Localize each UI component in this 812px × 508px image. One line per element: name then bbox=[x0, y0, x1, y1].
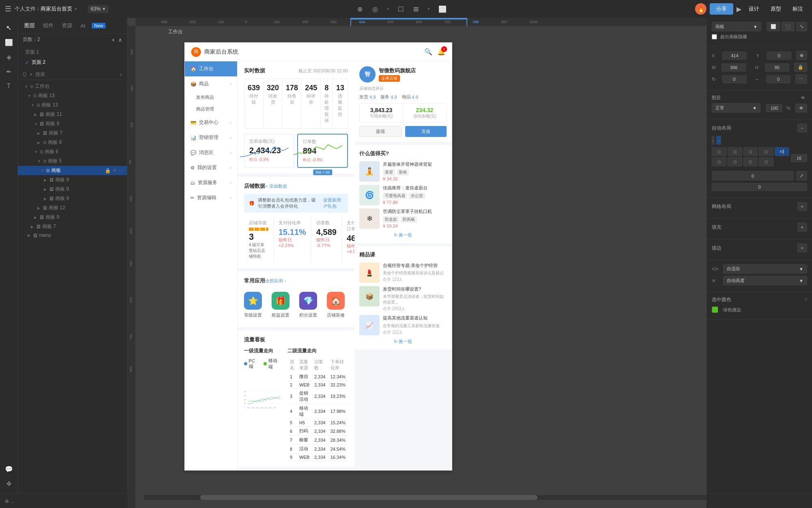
expand-icon-btn[interactable]: ⤢ bbox=[796, 171, 807, 180]
page-item-2[interactable]: ✓ 页面 2 bbox=[23, 57, 122, 67]
nav-resource-editor[interactable]: ✏ 资源编辑 › bbox=[185, 190, 237, 205]
pen-icon[interactable]: ✒ bbox=[2, 65, 15, 78]
tree-frame-selected[interactable]: ▼ ⊡ 画板 🔒 👁 ⋯ bbox=[18, 166, 127, 175]
notification-btn[interactable]: 🔔 1 bbox=[437, 48, 445, 56]
tree-frame9e[interactable]: ▶ 🖼 画板 9 bbox=[18, 194, 127, 203]
panel-view-1[interactable]: ⬜ bbox=[767, 22, 780, 31]
tab-new[interactable]: New bbox=[92, 23, 106, 28]
al-bottom-center[interactable]: ⊡ bbox=[743, 157, 758, 166]
align-down-btn[interactable]: ↓ bbox=[712, 136, 715, 145]
tree-menu[interactable]: ▶ 🖼 menu bbox=[18, 231, 127, 239]
auto-width-dropdown[interactable]: 自适应 ▼ bbox=[723, 264, 807, 274]
al-middle-left[interactable]: ⊡ bbox=[759, 147, 773, 156]
tab-annotate[interactable]: 标注 bbox=[788, 3, 807, 15]
tree-frame9f[interactable]: ▶ 🖼 画板 9 bbox=[18, 213, 127, 222]
play-icon[interactable]: ▶ bbox=[736, 5, 741, 13]
canvas-scrollbar[interactable] bbox=[144, 495, 706, 500]
tree-frame9d[interactable]: ▶ 🖼 画板 9 bbox=[18, 185, 127, 194]
auto-height-dropdown[interactable]: 自动高度 ▼ bbox=[723, 276, 807, 285]
text-icon[interactable]: T bbox=[2, 80, 15, 93]
more-icon[interactable]: ⋯ bbox=[119, 168, 124, 174]
course-item-2[interactable]: 📦 发货时间在哪设置? 本节课重意点消讲者：发货时间如何设置... 在学 245… bbox=[359, 286, 447, 312]
al-bottom-left[interactable]: ⊡ bbox=[728, 157, 742, 166]
cursor-icon[interactable]: ↖ bbox=[2, 21, 15, 34]
banner-link[interactable]: 设置新用户礼包 bbox=[323, 197, 343, 209]
al-top-left[interactable]: ⊡ bbox=[712, 147, 726, 156]
al-top-right[interactable]: ⊡ bbox=[743, 147, 758, 156]
product-item-1[interactable]: 🧘 开扁形体开背神器倚背架 美背 形体 ¥ 34.32 bbox=[359, 161, 447, 182]
app-points-settings[interactable]: 💎 积分设置 bbox=[299, 292, 317, 318]
zoom-control[interactable]: 63% ▼ bbox=[88, 5, 109, 13]
tree-frame9b[interactable]: ▶ ⊡ 画板 9 bbox=[18, 138, 127, 147]
spacing-input[interactable] bbox=[791, 154, 807, 162]
nav-publish-goods[interactable]: 发布商品 bbox=[196, 91, 237, 103]
layers-icon[interactable]: ⊞ bbox=[412, 4, 420, 15]
share-button[interactable]: 分享 bbox=[710, 3, 733, 15]
nav-marketing[interactable]: 📊 营销管理 › bbox=[185, 130, 237, 145]
nav-resource-services[interactable]: 🗂 资源服务 › bbox=[185, 175, 237, 190]
withdraw-btn[interactable]: 提现 bbox=[359, 126, 402, 137]
tree-frame9a[interactable]: ▼ 🖼 画板 9 bbox=[18, 119, 127, 128]
tree-frame11[interactable]: ▶ 🖼 画板 11 bbox=[18, 110, 127, 119]
help-icon[interactable]: ? bbox=[804, 297, 807, 303]
auto-layout-remove-btn[interactable]: − bbox=[797, 124, 807, 132]
align-right-btn[interactable]: → bbox=[716, 136, 721, 145]
checkbox-icon[interactable]: ☐ bbox=[396, 4, 405, 15]
exceed-canvas-checkbox[interactable] bbox=[712, 34, 717, 39]
nav-workstation[interactable]: 🏠 工作台 bbox=[185, 61, 237, 76]
tab-components[interactable]: 组件 bbox=[41, 21, 55, 30]
add-data-btn[interactable]: + 添加数据 bbox=[265, 183, 287, 189]
padding-2[interactable] bbox=[712, 183, 807, 191]
tree-frame12[interactable]: ▶ 🖼 画板 12 bbox=[18, 203, 127, 213]
course-item-3[interactable]: 📈 提高其他流量渠道认知 在常规的流量工具获取流量快速 在学 122人 bbox=[359, 315, 447, 335]
tree-frame7a[interactable]: ▶ 🖼 画板 7 bbox=[18, 128, 127, 138]
collapse-icon[interactable]: ∧ bbox=[119, 72, 122, 77]
add-bottom-icon[interactable]: ⊕ ... bbox=[5, 498, 14, 504]
header-search-icon[interactable]: 🔍 bbox=[424, 48, 432, 56]
panel-view-2[interactable]: ⬛ bbox=[782, 22, 795, 31]
tree-frame9c[interactable]: ▶ 🖼 画板 9 bbox=[18, 175, 127, 185]
al-middle-right[interactable]: ⊡ bbox=[712, 157, 726, 166]
position-reset-btn[interactable]: ⊕ bbox=[796, 51, 807, 60]
app-grade-settings[interactable]: ⭐ 等级设置 bbox=[244, 292, 262, 318]
tree-frame13-outer[interactable]: ▼ ⊡ 画板 13 bbox=[18, 91, 127, 100]
blend-mode-dropdown[interactable]: 正常 ▼ bbox=[712, 103, 760, 113]
nav-settings[interactable]: ⚙ 我的设置 › bbox=[185, 160, 237, 175]
search-input[interactable] bbox=[35, 72, 117, 77]
product-item-3[interactable]: ❄ 空调防尘罩罩子挂机口机 防盒款 防风板 ¥ 19.24 bbox=[359, 208, 447, 229]
comment-icon[interactable]: 💬 bbox=[2, 462, 15, 475]
recharge-btn[interactable]: 充值 bbox=[405, 126, 447, 137]
nav-messages[interactable]: 💬 消息区 › bbox=[185, 145, 237, 160]
more-options-btn[interactable]: ⋯ bbox=[795, 74, 807, 84]
tree-frame6[interactable]: ▼ ⊡ 画板 6 bbox=[18, 147, 127, 156]
frame-tool-icon[interactable]: ⬜ bbox=[2, 36, 15, 49]
lock-icon[interactable]: 🔒 bbox=[105, 168, 111, 174]
stroke-add-btn[interactable]: + bbox=[797, 243, 807, 252]
all-apps-btn[interactable]: 全部应用 › bbox=[265, 278, 286, 284]
recommend-refresh-btn[interactable]: ↻ 换一批 bbox=[359, 232, 447, 238]
collapse-pages-icon[interactable]: ∧ bbox=[118, 37, 122, 43]
y-input[interactable] bbox=[767, 52, 791, 60]
visible-icon[interactable]: 👁 bbox=[112, 168, 117, 174]
corner-input[interactable] bbox=[766, 75, 790, 83]
tab-ai[interactable]: AI bbox=[79, 22, 87, 30]
nav-goods-management[interactable]: 商品管理 bbox=[196, 103, 237, 115]
grid-add-btn[interactable]: + bbox=[797, 202, 807, 211]
component-icon[interactable]: ◈ bbox=[2, 50, 15, 63]
product-item-2[interactable]: 🌀 佳搞推荐：迷你桌面台 可爱电风扇 办公室 ¥ 77.89 bbox=[359, 185, 447, 205]
tab-assets[interactable]: 资源 bbox=[60, 21, 74, 30]
panel-full[interactable]: ⤡ bbox=[796, 22, 807, 31]
visibility-btn[interactable]: 👁 bbox=[795, 104, 807, 113]
eye-icon[interactable]: 👁 bbox=[801, 95, 806, 101]
tree-frame5[interactable]: ▼ ⊡ 画板 5 bbox=[18, 156, 127, 166]
nav-goods[interactable]: 📦 商品 › bbox=[185, 76, 237, 91]
courses-refresh-btn[interactable]: ↻ 换一批 bbox=[359, 339, 447, 345]
padding-1[interactable] bbox=[712, 171, 794, 180]
al-middle-center[interactable] bbox=[775, 147, 789, 156]
tree-frame13[interactable]: ▼ ⊡ 画板 13 bbox=[18, 100, 127, 110]
tab-layers[interactable]: 图层 bbox=[23, 21, 37, 30]
app-benefits-settings[interactable]: 🎁 权益设置 bbox=[272, 292, 289, 318]
panel-type-dropdown[interactable]: 画板 ▼ bbox=[712, 22, 761, 31]
frame-icon[interactable]: ⬜ bbox=[437, 4, 448, 15]
tree-frame7b[interactable]: ▶ 🖼 画板 7 bbox=[18, 222, 127, 231]
